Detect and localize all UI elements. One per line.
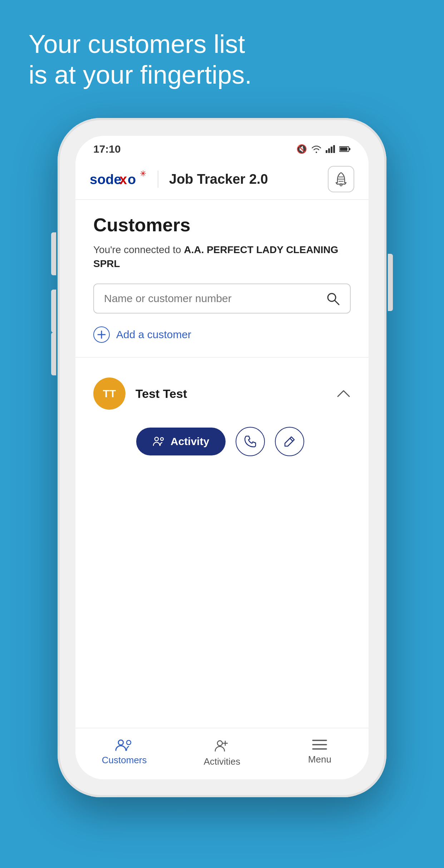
call-button[interactable]: [236, 427, 265, 456]
content-inner: Customers You're connected to A.A. PERFE…: [75, 200, 369, 728]
svg-text:o: o: [128, 172, 136, 187]
expand-customer-button[interactable]: [336, 389, 351, 398]
status-time: 17:10: [93, 143, 121, 155]
add-customer-label: Add a customer: [116, 329, 191, 341]
wifi-icon: [311, 145, 321, 153]
activities-nav-icon: [214, 738, 230, 753]
svg-rect-2: [331, 147, 332, 153]
nav-activities-label: Activities: [204, 756, 241, 767]
customer-initials: TT: [103, 388, 116, 400]
svg-point-23: [127, 740, 131, 745]
search-input[interactable]: [104, 292, 326, 305]
hero-line1: Your customers list: [29, 29, 252, 59]
svg-point-20: [161, 438, 163, 440]
svg-line-16: [335, 300, 339, 305]
sodexo-logo: sode x o ✳: [90, 171, 158, 188]
phone-screen: 17:10 🔇: [75, 136, 369, 779]
svg-rect-5: [349, 148, 350, 150]
svg-rect-0: [326, 150, 327, 153]
main-content: Customers You're connected to A.A. PERFE…: [75, 200, 369, 779]
hero-line2: is at your fingertips.: [29, 59, 252, 90]
activity-button[interactable]: Activity: [136, 428, 226, 455]
customer-actions: Activity: [93, 417, 351, 466]
status-bar: 17:10 🔇: [75, 136, 369, 159]
nav-menu[interactable]: Menu: [271, 735, 369, 771]
nav-activities[interactable]: Activities: [173, 735, 271, 771]
activity-label: Activity: [171, 435, 209, 448]
edit-button[interactable]: [275, 427, 304, 456]
menu-nav-icon: [311, 738, 328, 751]
search-button[interactable]: [326, 291, 340, 306]
add-circle-icon: [93, 326, 110, 343]
connected-label: You're connected to: [93, 244, 181, 255]
signal-icon: [326, 145, 335, 153]
mute-icon: 🔇: [296, 144, 307, 154]
svg-line-21: [290, 438, 293, 441]
battery-icon: [339, 146, 351, 152]
phone-mockup: 17:10 🔇: [58, 118, 386, 797]
svg-text:sode: sode: [90, 172, 122, 187]
svg-point-11: [340, 184, 342, 186]
svg-text:✳: ✳: [140, 171, 146, 178]
customer-avatar: TT: [93, 378, 125, 410]
connected-text: You're connected to A.A. PERFECT LADY CL…: [93, 243, 351, 271]
bottom-navigation: Customers Activities: [75, 728, 369, 779]
svg-text:x: x: [119, 172, 127, 187]
nav-customers-label: Customers: [102, 755, 147, 766]
page-title: Customers: [93, 214, 351, 236]
notification-button[interactable]: [328, 166, 354, 192]
hero-section: Your customers list is at your fingertip…: [29, 29, 252, 90]
section-divider: [75, 357, 369, 357]
customer-row: TT Test Test: [93, 370, 351, 417]
svg-point-24: [217, 741, 222, 746]
svg-rect-1: [328, 148, 330, 153]
status-icons: 🔇: [296, 144, 351, 154]
svg-point-22: [118, 740, 123, 745]
svg-rect-6: [340, 147, 347, 151]
nav-menu-label: Menu: [308, 754, 331, 765]
app-header: sode x o ✳ Job Tracker 2.0: [75, 159, 369, 200]
search-bar[interactable]: [93, 283, 351, 314]
svg-point-19: [155, 437, 158, 441]
customer-name: Test Test: [135, 387, 326, 401]
nav-customers[interactable]: Customers: [75, 735, 173, 771]
customers-nav-icon: [115, 738, 134, 752]
add-customer-button[interactable]: Add a customer: [93, 326, 351, 343]
app-title: Job Tracker 2.0: [169, 172, 328, 187]
svg-rect-3: [333, 145, 335, 153]
